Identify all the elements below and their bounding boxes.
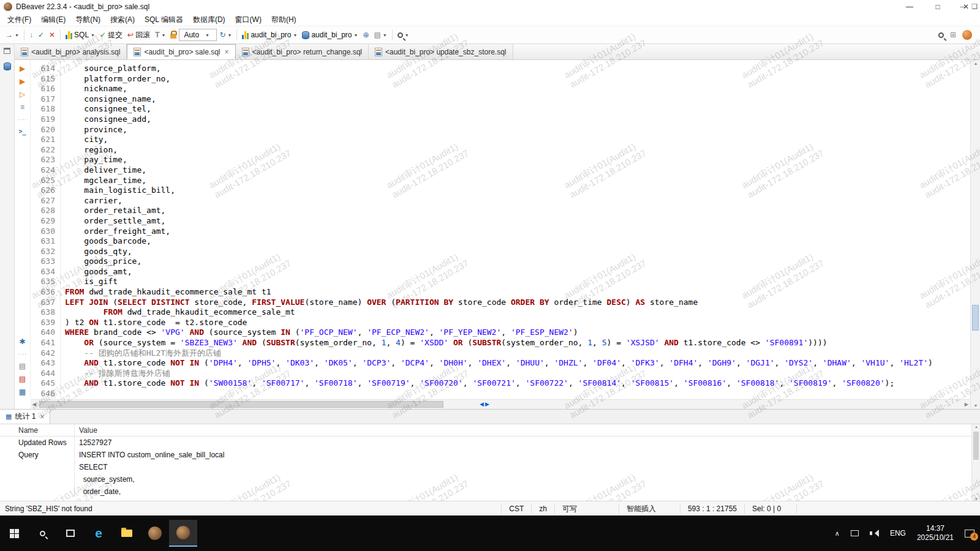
commit-button[interactable]: ✓ 提交 xyxy=(97,28,125,42)
vertical-scrollbar[interactable]: ▲ ▼ xyxy=(970,60,980,409)
line-number-gutter[interactable]: 6146156166176186196206216226236246256266… xyxy=(31,60,61,399)
menu-item[interactable]: 搜索(A) xyxy=(105,15,140,25)
error-log-icon[interactable]: ▤ xyxy=(19,375,26,383)
line-number: 634 xyxy=(31,267,60,277)
tray-display-button[interactable] xyxy=(845,515,864,551)
notification-center-button[interactable]: 4 xyxy=(959,515,980,551)
code-line: FROM dwd_trade_hkaudit_ecommerce_sale_mt… xyxy=(65,287,970,298)
volume-button[interactable] xyxy=(864,515,884,551)
explain-plan-icon[interactable]: ≡ xyxy=(20,103,24,111)
editor-tab-return-change[interactable]: <audit_bi_pro> return_change.sql xyxy=(236,44,369,59)
scroll-up-icon[interactable]: ▲ xyxy=(971,61,980,66)
dbeaver-active-taskbar-button[interactable] xyxy=(169,520,197,547)
commit-icon-button[interactable]: ✓ xyxy=(36,28,47,42)
scroll-left-icon[interactable]: ◀ xyxy=(32,402,36,407)
task-view-button[interactable] xyxy=(56,520,85,547)
connection-name: audit_bi_pro xyxy=(251,31,291,39)
menu-item[interactable]: 帮助(H) xyxy=(266,15,301,25)
menu-item[interactable]: 编辑(E) xyxy=(36,15,70,25)
sql-console-icon[interactable]: >_ xyxy=(18,128,26,135)
vertical-scroll-thumb[interactable] xyxy=(972,305,979,331)
network-profile-button[interactable]: ▤ ▼ xyxy=(371,28,389,42)
result-grid-icon[interactable]: ▦ xyxy=(19,388,26,395)
globe-icon: ⊕ xyxy=(363,31,369,39)
scroll-right-icon[interactable]: ▶ xyxy=(965,402,968,407)
menu-item[interactable]: SQL 编辑器 xyxy=(140,15,188,25)
cell-name xyxy=(0,461,75,473)
quick-search-icon[interactable] xyxy=(938,32,944,38)
database-navigator-icon[interactable] xyxy=(4,62,11,70)
column-header-value[interactable]: Value xyxy=(75,424,980,436)
cell-value: 12527927 xyxy=(75,437,980,449)
editor-tab-sale[interactable]: <audit_bi_pro> sale.sql × xyxy=(127,44,235,59)
clock[interactable]: 14:37 2025/10/21 xyxy=(911,515,959,551)
open-connection-button[interactable]: → ▼ xyxy=(3,28,21,42)
results-scroll-thumb[interactable] xyxy=(973,432,979,460)
dbeaver-pro-icon[interactable] xyxy=(962,30,972,40)
chevron-down-icon: ▼ xyxy=(205,33,209,37)
globe-button[interactable]: ⊕ xyxy=(360,28,371,42)
sql-editor-selector[interactable]: SQL ▼ xyxy=(63,28,97,42)
start-button[interactable] xyxy=(0,520,28,547)
table-row[interactable]: QueryINSERT INTO custom_online_sale_bill… xyxy=(0,449,980,461)
minimize-editor-icon[interactable]: — xyxy=(960,2,967,10)
menu-item[interactable]: 数据库(D) xyxy=(188,15,230,25)
table-row[interactable]: source_system, xyxy=(0,473,980,485)
editor-tab-analysis[interactable]: <audit_bi_pro> analysis.sql xyxy=(15,44,127,59)
execute-statement-icon[interactable]: ▶ xyxy=(20,65,25,72)
rollback-button[interactable]: ↩ 回滚 xyxy=(125,28,153,42)
code-line: goods_barcode, xyxy=(65,236,970,247)
output-log-icon[interactable]: ▤ xyxy=(19,362,26,370)
tab-label: <audit_bi_pro> return_change.sql xyxy=(252,48,362,56)
transaction-log-button[interactable]: T ▼ xyxy=(153,28,168,42)
execute-script-icon[interactable]: ▶ xyxy=(20,78,25,85)
commit-mode-combo[interactable]: Auto ▼ xyxy=(179,29,217,41)
toolbar-search-button[interactable]: ▼ xyxy=(395,28,412,42)
table-row[interactable]: SELECT xyxy=(0,461,980,473)
close-icon[interactable]: × xyxy=(39,413,44,421)
line-number: 644 xyxy=(31,369,60,379)
sql-code-area[interactable]: source_platform, platform_order_no, nick… xyxy=(61,60,970,399)
horizontal-scroll-thumb[interactable] xyxy=(39,401,443,408)
edge-button[interactable]: e xyxy=(85,520,113,547)
transaction-lock-button[interactable] xyxy=(168,28,179,42)
line-number: 630 xyxy=(31,227,60,237)
restore-panel-icon[interactable] xyxy=(4,48,10,54)
more-actions-icon[interactable]: ···· xyxy=(18,351,28,357)
close-icon[interactable]: × xyxy=(224,48,229,56)
menu-item[interactable]: 窗口(W) xyxy=(230,15,266,25)
status-segment: zh xyxy=(531,504,554,514)
table-row[interactable]: Updated Rows12527927 xyxy=(0,437,980,449)
more-actions-icon[interactable]: ···· xyxy=(18,116,28,122)
execute-new-tab-icon[interactable]: ▷ xyxy=(20,91,25,98)
database-selector[interactable]: audit_bi_pro ▼ xyxy=(300,28,360,42)
maximize-editor-icon[interactable]: ❑ xyxy=(971,2,978,10)
menu-item[interactable]: 导航(N) xyxy=(70,15,105,25)
menu-item[interactable]: 文件(F) xyxy=(2,15,36,25)
scroll-up-icon[interactable]: ▲ xyxy=(972,425,980,429)
tray-expand-button[interactable]: ∧ xyxy=(829,515,845,551)
results-scrollbar[interactable]: ▲ ▼ xyxy=(971,424,980,501)
cell-name: Updated Rows xyxy=(0,437,75,449)
statistics-tab[interactable]: ▦ 统计 1 × xyxy=(0,410,50,424)
language-indicator[interactable]: ENG xyxy=(884,515,911,551)
horizontal-scrollbar[interactable]: ◀ ◀▶ ▶ xyxy=(31,399,970,409)
maximize-button[interactable]: □ xyxy=(924,0,952,13)
editor-tab-update-sbz-store[interactable]: <audit_bi_pro> update_sbz_store.sql xyxy=(369,44,513,59)
minimize-button[interactable]: — xyxy=(895,0,924,13)
dbeaver-taskbar-button[interactable] xyxy=(141,520,169,547)
connection-selector[interactable]: audit_bi_pro ▼ xyxy=(239,28,300,42)
table-row[interactable]: order_date, xyxy=(0,485,980,498)
lock-icon xyxy=(170,34,176,39)
column-header-name[interactable]: Name xyxy=(0,424,75,436)
file-explorer-button[interactable] xyxy=(113,520,141,547)
scroll-down-icon[interactable]: ▼ xyxy=(971,403,980,408)
stats-table-header: Name Value xyxy=(0,424,980,437)
settings-gear-icon[interactable]: ✱ xyxy=(19,338,25,345)
script-position-markers-icon[interactable]: ◀▶ xyxy=(480,401,491,407)
perspective-icon[interactable]: ⊞ xyxy=(950,31,956,39)
fetch-button[interactable]: ↓ xyxy=(27,28,36,42)
rollback-icon-button[interactable]: ✕ xyxy=(47,28,58,42)
refresh-button[interactable]: ↻ ▼ xyxy=(217,28,234,42)
taskbar-search-button[interactable] xyxy=(28,520,56,547)
